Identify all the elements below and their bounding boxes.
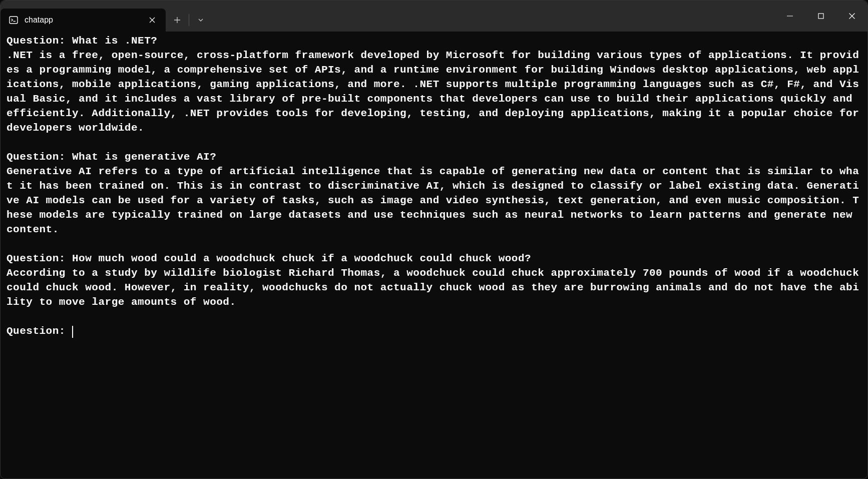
- tab-dropdown-button[interactable]: [190, 10, 211, 30]
- tab-title: chatapp: [25, 16, 140, 25]
- cursor: [72, 326, 73, 338]
- svg-rect-7: [818, 14, 823, 19]
- new-tab-button[interactable]: [167, 10, 188, 30]
- svg-rect-0: [10, 17, 18, 24]
- tab-close-button[interactable]: [146, 14, 159, 27]
- window-controls: [774, 1, 867, 32]
- question-line: Question: How much wood could a woodchuc…: [7, 253, 531, 264]
- tab-divider: [189, 14, 189, 26]
- prompt-line: Question:: [7, 324, 861, 338]
- terminal-content[interactable]: Question: What is .NET? .NET is a free, …: [1, 32, 867, 340]
- titlebar: chatapp: [1, 1, 867, 32]
- question-line: Question: What is generative AI?: [7, 151, 216, 163]
- qa-block: Question: What is .NET? .NET is a free, …: [7, 34, 861, 135]
- qa-block: Question: What is generative AI? Generat…: [7, 150, 861, 237]
- close-window-button[interactable]: [836, 6, 867, 27]
- prompt-text: Question:: [7, 325, 72, 337]
- answer-text: .NET is a free, open-source, cross-platf…: [7, 50, 865, 134]
- answer-text: According to a study by wildlife biologi…: [7, 267, 865, 308]
- qa-block: Question: How much wood could a woodchuc…: [7, 251, 861, 309]
- answer-text: Generative AI refers to a type of artifi…: [7, 166, 859, 235]
- terminal-icon: [9, 15, 19, 25]
- tab-actions: [167, 9, 211, 32]
- tab-chatapp[interactable]: chatapp: [1, 9, 166, 32]
- minimize-button[interactable]: [774, 6, 805, 27]
- question-line: Question: What is .NET?: [7, 35, 157, 47]
- maximize-button[interactable]: [805, 6, 836, 27]
- tabs-area: chatapp: [1, 1, 774, 32]
